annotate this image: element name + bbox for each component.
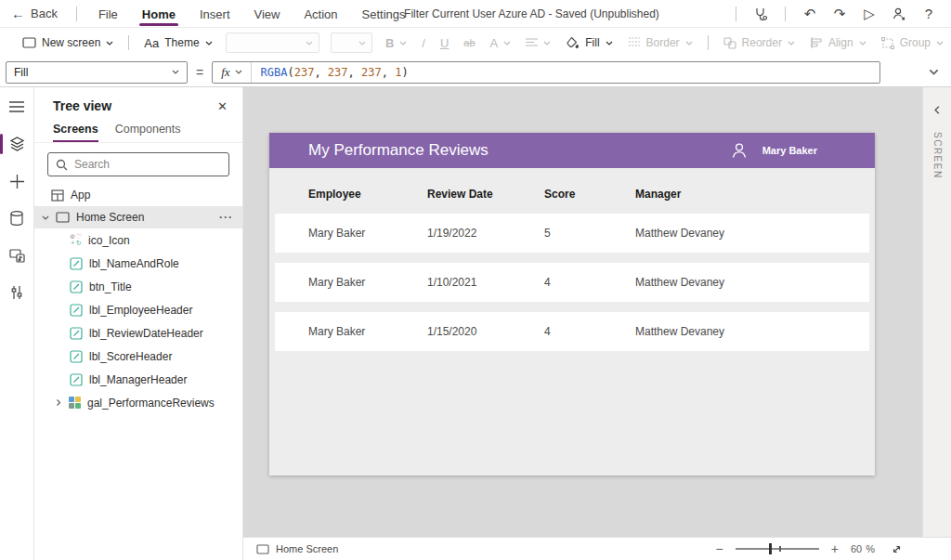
tree-item-control[interactable]: btn_Title: [34, 275, 242, 298]
screen-title[interactable]: My Performance Reviews: [269, 141, 489, 160]
gallery-row[interactable]: Mary Baker 1/10/2021 4 Matthew Devaney: [275, 263, 869, 302]
theme-icon: Aa: [144, 36, 159, 50]
document-title: Filter Current User Azure AD - Saved (Un…: [404, 7, 659, 20]
align-button: Align: [802, 33, 874, 53]
menu-item-file[interactable]: File: [86, 2, 130, 25]
formula-text[interactable]: RGBA(237, 237, 237, 1): [252, 66, 409, 79]
undo-icon[interactable]: ↶: [797, 3, 823, 25]
help-icon[interactable]: ?: [916, 3, 942, 25]
tree-item-app[interactable]: App: [34, 184, 242, 206]
zoom-slider-handle[interactable]: [769, 543, 772, 554]
play-preview-icon[interactable]: ▷: [856, 3, 882, 25]
share-user-icon[interactable]: [886, 3, 912, 25]
media-icon[interactable]: [0, 243, 34, 267]
tree-item-gallery[interactable]: gal_PerformanceReviews: [34, 391, 242, 414]
tree-item-control[interactable]: lbl_NameAndRole: [34, 252, 242, 275]
font-color-button: A: [483, 33, 519, 54]
statusbar-screen-label: Home Screen: [276, 543, 338, 554]
cell-employee: Mary Baker: [308, 227, 365, 240]
cell-employee: Mary Baker: [308, 325, 365, 338]
tree-item-control[interactable]: lbl_ReviewDateHeader: [34, 321, 242, 345]
insert-plus-icon[interactable]: [0, 169, 34, 193]
cell-employee: Mary Baker: [308, 276, 365, 289]
fit-to-window-icon[interactable]: [891, 543, 903, 555]
overflow-menu-icon[interactable]: ···: [219, 211, 233, 224]
property-dropdown[interactable]: Fill: [6, 61, 188, 84]
chevron-right-icon: [57, 399, 61, 407]
statusbar-screen-selector[interactable]: Home Screen: [256, 543, 338, 554]
label-control-icon: [70, 327, 83, 340]
screen-icon: [256, 544, 269, 554]
tree-view-panel: Tree view ✕ Screens Components App Home …: [34, 87, 243, 560]
chevron-down-icon: [543, 41, 551, 46]
tree-item-home-screen[interactable]: Home Screen ···: [34, 206, 242, 228]
chevron-down-icon: [172, 70, 179, 74]
hamburger-menu-icon[interactable]: [0, 95, 34, 119]
column-header-employee[interactable]: Employee: [308, 188, 361, 201]
group-icon: [881, 37, 894, 49]
zoom-percentage[interactable]: 60 %: [851, 543, 875, 554]
tree-item-label: gal_PerformanceReviews: [87, 397, 215, 410]
menu-item-view[interactable]: View: [242, 2, 293, 25]
equals-sign: =: [188, 65, 212, 80]
app-checker-icon[interactable]: [748, 3, 774, 25]
tree-view-header: Tree view ✕: [34, 87, 242, 119]
zoom-in-button[interactable]: +: [831, 541, 839, 556]
theme-button[interactable]: Aa Theme: [137, 33, 219, 54]
formula-expand-button[interactable]: [921, 61, 945, 84]
menu-item-home[interactable]: Home: [130, 2, 188, 25]
tree-item-control[interactable]: lbl_ManagerHeader: [34, 368, 242, 391]
app-icon: [51, 189, 64, 202]
cell-review-date: 1/15/2020: [427, 325, 476, 338]
tree-item-control[interactable]: ⊘♡+↻ ico_Icon: [34, 228, 242, 252]
divider: [76, 7, 77, 21]
screen-panel-label[interactable]: SCREEN: [932, 132, 943, 179]
chevron-down-icon: [235, 70, 242, 74]
current-user[interactable]: Mary Baker: [730, 141, 817, 160]
column-header-manager[interactable]: Manager: [635, 188, 681, 201]
fx-dropdown[interactable]: fx: [213, 62, 251, 83]
border-icon: [628, 37, 641, 48]
menu-right-actions: ↶ ↷ ▷ ?: [728, 3, 951, 25]
formula-field[interactable]: fx RGBA(237, 237, 237, 1): [212, 61, 880, 84]
menu-item-insert[interactable]: Insert: [188, 2, 242, 25]
close-icon[interactable]: ✕: [217, 99, 228, 113]
divider: [708, 35, 709, 50]
divider: [128, 35, 129, 50]
italic-button: /: [414, 33, 433, 54]
cell-review-date: 1/10/2021: [427, 276, 476, 289]
gallery-row[interactable]: Mary Baker 1/19/2022 5 Matthew Devaney: [275, 214, 869, 253]
back-button[interactable]: ← Back: [11, 7, 67, 20]
data-sources-icon[interactable]: [0, 206, 34, 230]
fill-button[interactable]: Fill: [558, 33, 619, 53]
chevron-down-icon: [399, 41, 407, 46]
advanced-tools-icon[interactable]: [0, 280, 34, 305]
column-header-score[interactable]: Score: [544, 188, 575, 201]
cell-manager: Matthew Devaney: [635, 276, 724, 289]
chevron-down-icon: [306, 41, 313, 46]
app-screen[interactable]: My Performance Reviews Mary Baker Employ…: [269, 133, 875, 475]
tree-item-control[interactable]: lbl_EmployeeHeader: [34, 298, 242, 321]
zoom-slider[interactable]: [736, 548, 819, 550]
search-input[interactable]: [74, 158, 221, 171]
zoom-out-button[interactable]: −: [716, 541, 723, 556]
tab-components[interactable]: Components: [115, 123, 181, 142]
chevron-left-icon[interactable]: [932, 100, 942, 117]
chevron-down-icon: [205, 41, 213, 46]
icon-control-icon: ⊘♡+↻: [70, 234, 82, 246]
tree-item-label: btn_Title: [89, 280, 132, 293]
tree-view-title: Tree view: [53, 98, 111, 113]
menu-item-action[interactable]: Action: [292, 2, 349, 25]
column-header-review-date[interactable]: Review Date: [427, 188, 493, 201]
divider: [785, 7, 786, 21]
new-screen-button[interactable]: New screen: [15, 33, 121, 53]
zoom-slider-notch: [779, 546, 781, 552]
redo-icon[interactable]: ↷: [827, 3, 853, 25]
screen-title-bar[interactable]: My Performance Reviews Mary Baker: [269, 133, 875, 168]
tab-screens[interactable]: Screens: [53, 123, 98, 142]
tree-search[interactable]: [47, 152, 229, 176]
gallery-row[interactable]: Mary Baker 1/15/2020 4 Matthew Devaney: [275, 312, 869, 351]
tree-item-control[interactable]: lbl_ScoreHeader: [34, 345, 242, 368]
zoom-controls: − + 60 %: [716, 541, 903, 556]
tree-view-icon[interactable]: [0, 132, 34, 156]
